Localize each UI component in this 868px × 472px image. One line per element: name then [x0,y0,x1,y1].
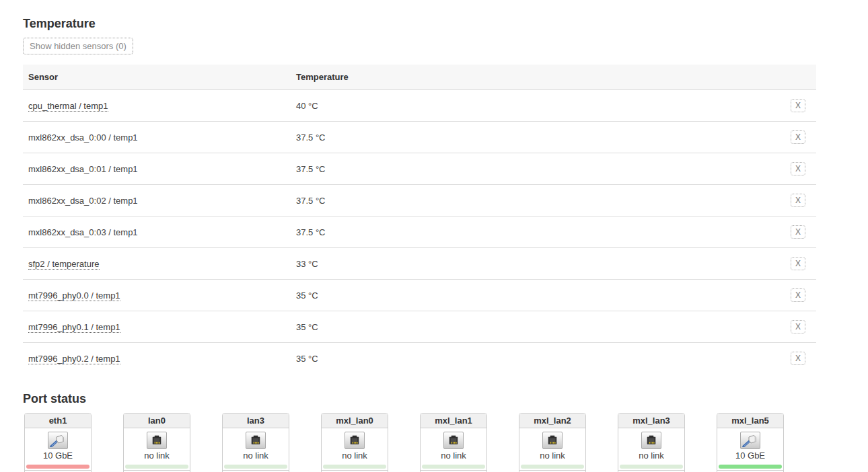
port-name: mxl_lan1 [421,414,486,428]
temperature-cell: 35 °C [291,311,781,343]
traffic-bar [521,465,584,469]
temperature-table: Sensor Temperature cpu_thermal / temp1 4… [23,65,816,374]
port-card-mxl_lan5: mxl_lan5 10 GbE ▲ 3.5 GiB ▼ 1.7 GiB [717,413,784,472]
port-card-lan3: lan3 no link ▲ 0 B ▼ 0 B [222,413,289,472]
traffic-bar [125,465,188,469]
port-card-mxl_lan3: mxl_lan3 no link ▲ 0 B ▼ 0 B [618,413,685,472]
temperature-cell: 37.5 °C [291,153,781,185]
port-card-mxl_lan2: mxl_lan2 no link ▲ 0 B ▼ 0 B [519,413,586,472]
temperature-cell: 35 °C [291,343,781,375]
sensor-cell: mxl862xx_dsa_0:02 / temp1 [23,185,291,217]
sensor-cell: mxl862xx_dsa_0:01 / temp1 [23,153,291,185]
sensor-name[interactable]: sfp2 / temperature [28,259,100,270]
port-link-status: no link [124,450,190,461]
port-name: mxl_lan2 [519,414,585,428]
port-link-status: no link [519,450,585,461]
port-card-mxl_lan1: mxl_lan1 no link ▲ 0 B ▼ 0 B [420,413,487,472]
sensor-cell: cpu_thermal / temp1 [23,90,291,122]
traffic-bar [422,465,485,469]
port-link-status: 10 GbE [25,450,91,461]
sensor-cell: mxl862xx_dsa_0:03 / temp1 [23,217,291,248]
port-link-status: 10 GbE [717,450,783,461]
temperature-heading: Temperature [23,16,816,31]
ethernet-port-icon [246,432,266,449]
traffic-bar [26,465,89,469]
table-row: cpu_thermal / temp1 40 °C X [23,90,816,122]
remove-sensor-button[interactable]: X [791,162,805,175]
sensor-name[interactable]: cpu_thermal / temp1 [28,101,108,112]
table-row: mxl862xx_dsa_0:03 / temp1 37.5 °C X [23,217,816,248]
temperature-cell: 40 °C [291,90,781,122]
remove-sensor-button[interactable]: X [791,257,805,270]
table-row: sfp2 / temperature 33 °C X [23,248,816,280]
sensor-cell: mxl862xx_dsa_0:00 / temp1 [23,122,291,153]
table-row: mxl862xx_dsa_0:00 / temp1 37.5 °C X [23,122,816,153]
show-hidden-sensors-button[interactable]: Show hidden sensors (0) [23,38,133,54]
temperature-cell: 37.5 °C [291,185,781,217]
sensor-cell: mt7996_phy0.2 / temp1 [23,343,291,375]
remove-sensor-button[interactable]: X [791,320,805,333]
table-row: mt7996_phy0.2 / temp1 35 °C X [23,343,816,375]
ethernet-port-icon [147,432,167,449]
port-card-eth1: eth1 10 GbE ▲ 64.8 GiB ▼ 281.0 GiB [24,413,92,472]
remove-sensor-button[interactable]: X [791,194,805,207]
table-row: mxl862xx_dsa_0:01 / temp1 37.5 °C X [23,153,816,185]
temperature-cell: 35 °C [291,280,781,311]
table-row: mt7996_phy0.1 / temp1 35 °C X [23,311,816,343]
port-link-status: no link [618,450,684,461]
sensor-name[interactable]: mt7996_phy0.0 / temp1 [28,290,120,301]
sensor-name: mxl862xx_dsa_0:00 / temp1 [28,132,138,143]
table-row: mt7996_phy0.0 / temp1 35 °C X [23,280,816,311]
sensor-cell: mt7996_phy0.0 / temp1 [23,280,291,311]
sensor-cell: sfp2 / temperature [23,248,291,280]
column-header-remove [781,65,816,90]
table-header-row: Sensor Temperature [23,65,816,90]
port-status-heading: Port status [23,391,816,406]
sensor-name[interactable]: mt7996_phy0.1 / temp1 [28,322,120,333]
sensor-name: mxl862xx_dsa_0:02 / temp1 [28,196,138,206]
remove-sensor-button[interactable]: X [791,99,805,112]
remove-sensor-button[interactable]: X [791,352,805,365]
sensor-name: mxl862xx_dsa_0:03 / temp1 [28,227,138,237]
traffic-bar [323,465,386,469]
temperature-cell: 33 °C [291,248,781,280]
ethernet-port-icon [641,432,661,449]
ethernet-port-icon [345,432,365,449]
port-card-lan0: lan0 no link ▲ 0 B ▼ 0 B [123,413,190,472]
temperature-cell: 37.5 °C [291,122,781,153]
column-header-temperature: Temperature [291,65,781,90]
temperature-cell: 37.5 °C [291,217,781,248]
port-name: mxl_lan0 [322,414,388,428]
port-name: lan3 [223,414,289,428]
traffic-bar [224,465,287,469]
column-header-sensor: Sensor [23,65,291,90]
port-link-status: no link [322,450,388,461]
port-cards: eth1 10 GbE ▲ 64.8 GiB ▼ 281.0 GiB lan0 … [24,413,816,472]
sensor-name[interactable]: mt7996_phy0.2 / temp1 [28,354,120,364]
ethernet-port-icon [740,432,760,449]
traffic-bar [719,465,782,469]
remove-sensor-button[interactable]: X [791,130,805,144]
ethernet-port-icon [542,432,563,449]
status-page: Temperature Show hidden sensors (0) Sens… [0,0,868,472]
port-link-status: no link [421,450,486,461]
port-card-mxl_lan0: mxl_lan0 no link ▲ 0 B ▼ 0 B [321,413,388,472]
traffic-bar [620,465,683,469]
remove-sensor-button[interactable]: X [791,288,805,302]
remove-sensor-button[interactable]: X [791,225,805,239]
sensor-cell: mt7996_phy0.1 / temp1 [23,311,291,343]
sensor-name: mxl862xx_dsa_0:01 / temp1 [28,164,138,174]
port-name: mxl_lan5 [717,414,783,428]
port-name: eth1 [25,414,91,428]
port-name: mxl_lan3 [618,414,684,428]
port-link-status: no link [223,450,289,461]
ethernet-port-icon [443,432,464,449]
temperature-section: Temperature Show hidden sensors (0) Sens… [23,16,816,374]
port-status-section: Port status eth1 10 GbE ▲ 64.8 GiB ▼ 281… [23,391,816,472]
port-name: lan0 [124,414,190,428]
ethernet-port-icon [48,432,68,449]
table-row: mxl862xx_dsa_0:02 / temp1 37.5 °C X [23,185,816,217]
